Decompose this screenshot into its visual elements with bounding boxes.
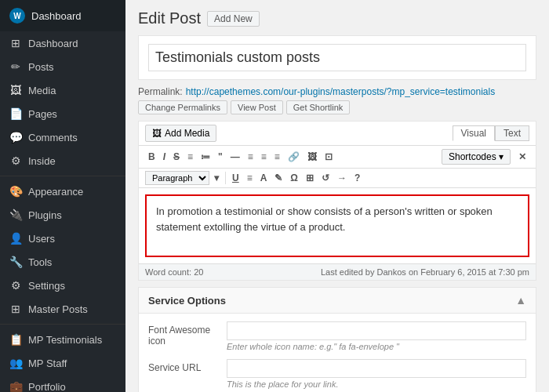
meta-box-toggle[interactable]: ▲ <box>515 294 526 307</box>
sidebar-item-inside[interactable]: ⚙ Inside <box>0 149 125 172</box>
link-button[interactable]: 🔗 <box>285 150 303 164</box>
horizontal-rule-button[interactable]: — <box>227 150 243 164</box>
sidebar-item-media[interactable]: 🖼 Media <box>0 78 125 102</box>
blockquote-button[interactable]: " <box>215 150 226 164</box>
justify-button[interactable]: ≡ <box>244 171 256 185</box>
editor-text: In promotion a testimonial or show consi… <box>156 205 493 233</box>
appearance-icon: 🎨 <box>9 185 22 198</box>
service-url-input[interactable] <box>227 359 526 378</box>
change-permalinks-button[interactable]: Change Permalinks <box>138 100 227 114</box>
sidebar-item-label: MP Staff <box>28 358 67 369</box>
sidebar-item-label: Posts <box>28 61 54 73</box>
sidebar-divider <box>0 176 125 176</box>
undo-button[interactable]: ↺ <box>318 171 333 185</box>
close-editor-button[interactable]: ✕ <box>515 150 529 164</box>
mp-testimonials-icon: 📋 <box>9 333 22 346</box>
wp-logo-icon: W <box>9 8 25 24</box>
sidebar: W Dashboard ⊞ Dashboard ✏ Posts 🖼 Media … <box>0 0 125 392</box>
sidebar-item-tools[interactable]: 🔧 Tools <box>0 250 125 274</box>
editor-footer: Word count: 20 Last edited by Dankos on … <box>139 263 536 280</box>
tools-icon: 🔧 <box>9 256 22 268</box>
sidebar-item-label: Comments <box>28 132 78 143</box>
sidebar-item-label: Dashboard <box>28 38 78 49</box>
sidebar-item-label: Users <box>28 233 55 245</box>
font-awesome-hint: Enter whole icon name: e.g." fa fa-envel… <box>227 342 526 351</box>
align-right-button[interactable]: ≡ <box>271 150 283 164</box>
sidebar-item-label: Master Posts <box>28 303 88 315</box>
word-count-label: Word count: <box>145 267 191 277</box>
service-options-meta-box: Service Options ▲ Font Awesome icon Ente… <box>138 287 536 392</box>
sidebar-item-comments[interactable]: 💬 Comments <box>0 125 125 149</box>
visual-text-tabs: Visual Text <box>453 125 529 141</box>
shortcodes-button[interactable]: Shortcodes ▾ <box>442 149 511 165</box>
media-icon: 🖼 <box>9 84 22 96</box>
permalink-row: Permalink: http://capethemes.com/our-plu… <box>138 86 536 114</box>
comments-icon: 💬 <box>9 131 22 143</box>
tab-text[interactable]: Text <box>495 125 529 141</box>
editor-content[interactable]: In promotion a testimonial or show consi… <box>145 194 529 257</box>
master-posts-icon: ⊞ <box>9 303 22 315</box>
image-button[interactable]: 🖼 <box>304 150 320 164</box>
indent-button[interactable]: ⊞ <box>303 171 317 185</box>
italic-button[interactable]: I <box>160 150 169 164</box>
sidebar-item-label: Inside <box>28 155 56 167</box>
meta-box-title: Service Options <box>148 295 226 307</box>
meta-box-body: Font Awesome icon Enter whole icon name:… <box>139 314 536 392</box>
post-title-input[interactable] <box>148 44 526 71</box>
post-title-box <box>138 35 536 80</box>
sidebar-item-mp-testimonials[interactable]: 📋 MP Testimonials <box>0 328 125 351</box>
inside-icon: ⚙ <box>9 154 22 167</box>
last-edited-text: Last edited by Dankos on February 6, 201… <box>321 267 529 277</box>
sidebar-item-settings[interactable]: ⚙ Settings <box>0 274 125 297</box>
sidebar-item-label: Portfolio <box>28 381 66 393</box>
sidebar-item-portfolio[interactable]: 💼 Portfolio <box>0 375 125 392</box>
sidebar-logo: W Dashboard <box>0 0 125 31</box>
permalink-url[interactable]: http://capethemes.com/our-plugins/master… <box>186 86 496 97</box>
paragraph-select[interactable]: Paragraph <box>145 171 209 185</box>
view-post-button[interactable]: View Post <box>231 100 283 114</box>
editor-toolbar-top: 🖼 Add Media Visual Text <box>139 122 536 146</box>
paste-button[interactable]: ✎ <box>271 171 285 185</box>
sidebar-item-label: Plugins <box>28 209 62 221</box>
font-awesome-input[interactable] <box>227 321 526 340</box>
help-button[interactable]: ? <box>351 171 363 185</box>
format-bar-row2: Paragraph ▾ U ≡ A ✎ Ω ⊞ ↺ → ? <box>139 169 536 188</box>
sidebar-item-dashboard[interactable]: ⊞ Dashboard <box>0 31 125 55</box>
strikethrough-button[interactable]: S <box>170 150 183 164</box>
ordered-list-button[interactable]: ≔ <box>198 150 213 164</box>
portfolio-icon: 💼 <box>9 380 22 392</box>
text-color-button[interactable]: A <box>257 171 271 185</box>
sidebar-item-appearance[interactable]: 🎨 Appearance <box>0 180 125 203</box>
align-center-button[interactable]: ≡ <box>258 150 270 164</box>
dropdown-button[interactable]: ▾ <box>211 171 222 185</box>
align-left-button[interactable]: ≡ <box>245 150 256 164</box>
sidebar-item-posts[interactable]: ✏ Posts <box>0 55 125 78</box>
unordered-list-button[interactable]: ≡ <box>184 150 196 164</box>
add-media-button[interactable]: 🖼 Add Media <box>145 125 216 142</box>
format-bar-row1: B I S ≡ ≔ " — ≡ ≡ ≡ 🔗 🖼 ⊡ Shortcodes ▾ ✕ <box>139 146 536 169</box>
sidebar-item-label: Pages <box>28 108 57 120</box>
service-url-content: This is the place for your link. <box>227 359 526 389</box>
sidebar-item-master-posts[interactable]: ⊞ Master Posts <box>0 297 125 321</box>
editor-box: 🖼 Add Media Visual Text B I S ≡ ≔ " — ≡ … <box>138 121 536 281</box>
tab-visual[interactable]: Visual <box>453 125 495 141</box>
special-chars-button[interactable]: Ω <box>287 171 301 185</box>
sidebar-item-users[interactable]: 👤 Users <box>0 227 125 250</box>
service-url-label: Service URL <box>148 359 219 373</box>
sidebar-item-plugins[interactable]: 🔌 Plugins <box>0 203 125 227</box>
redo-button[interactable]: → <box>334 171 350 185</box>
add-new-button[interactable]: Add New <box>207 11 260 27</box>
fullscreen-button[interactable]: ⊡ <box>322 150 336 164</box>
sidebar-item-mp-staff[interactable]: 👥 MP Staff <box>0 351 125 375</box>
users-icon: 👤 <box>9 232 22 245</box>
word-count-area: Word count: 20 <box>145 267 203 277</box>
bold-button[interactable]: B <box>145 150 158 164</box>
get-shortlink-button[interactable]: Get Shortlink <box>286 100 351 114</box>
sidebar-item-pages[interactable]: 📄 Pages <box>0 102 125 125</box>
underline-button[interactable]: U <box>229 171 242 185</box>
page-title: Edit Post <box>138 9 201 27</box>
add-media-label: Add Media <box>165 128 209 139</box>
sidebar-item-label: Settings <box>28 280 65 292</box>
posts-icon: ✏ <box>9 60 22 73</box>
plugins-icon: 🔌 <box>9 209 22 221</box>
